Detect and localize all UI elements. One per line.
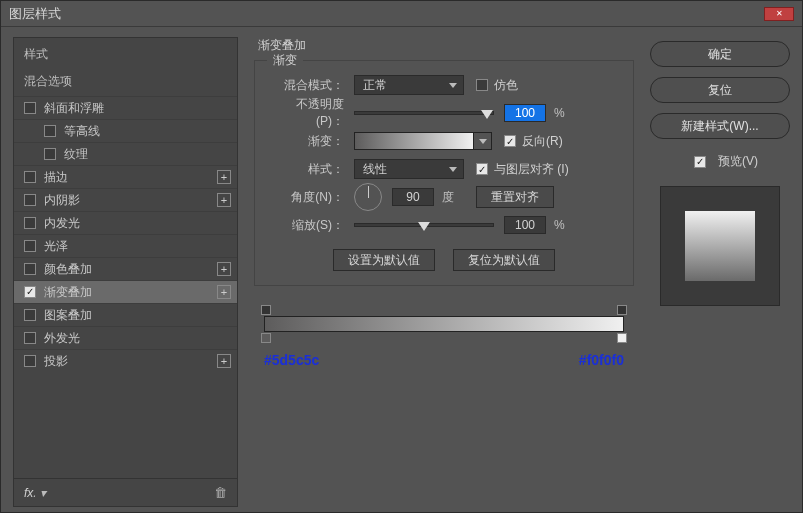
window-title: 图层样式 <box>9 5 61 23</box>
add-effect-icon[interactable]: + <box>217 193 231 207</box>
blend-options-header[interactable]: 混合选项 <box>14 69 237 96</box>
style-checkbox[interactable] <box>24 309 36 321</box>
style-label: 斜面和浮雕 <box>44 100 231 117</box>
reset-default-button[interactable]: 复位为默认值 <box>453 249 555 271</box>
gradient-fieldset: 渐变 混合模式： 正常 仿色 不透明度(P)： 100 % 渐变： <box>254 60 634 286</box>
style-checkbox[interactable] <box>24 194 36 206</box>
add-effect-icon[interactable]: + <box>217 170 231 184</box>
align-label: 与图层对齐 (I) <box>494 161 569 178</box>
style-label: 光泽 <box>44 238 231 255</box>
blend-mode-dropdown[interactable]: 正常 <box>354 75 464 95</box>
add-effect-icon[interactable]: + <box>217 262 231 276</box>
style-checkbox[interactable] <box>44 148 56 160</box>
gradient-swatch[interactable] <box>354 132 474 150</box>
style-label: 样式： <box>269 161 354 178</box>
style-checkbox[interactable] <box>24 332 36 344</box>
opacity-stop-right[interactable] <box>617 305 627 315</box>
style-label: 等高线 <box>64 123 231 140</box>
style-item-3[interactable]: 描边+ <box>14 165 237 188</box>
angle-value[interactable]: 90 <box>392 188 434 206</box>
scale-label: 缩放(S)： <box>269 217 354 234</box>
style-checkbox[interactable] <box>24 240 36 252</box>
opacity-label: 不透明度(P)： <box>269 96 354 130</box>
close-button[interactable]: ✕ <box>764 7 794 21</box>
scale-slider[interactable] <box>354 223 494 227</box>
preview-box <box>660 186 780 306</box>
style-label: 描边 <box>44 169 217 186</box>
new-style-button[interactable]: 新建样式(W)... <box>650 113 790 139</box>
make-default-button[interactable]: 设置为默认值 <box>333 249 435 271</box>
style-label: 渐变叠加 <box>44 284 217 301</box>
dither-checkbox[interactable] <box>476 79 488 91</box>
style-checkbox[interactable] <box>24 286 36 298</box>
titlebar: 图层样式 ✕ <box>1 1 802 27</box>
style-checkbox[interactable] <box>24 355 36 367</box>
style-label: 投影 <box>44 353 217 370</box>
style-checkbox[interactable] <box>24 102 36 114</box>
style-item-4[interactable]: 内阴影+ <box>14 188 237 211</box>
scale-unit: % <box>554 218 565 232</box>
style-checkbox[interactable] <box>24 171 36 183</box>
preview-checkbox[interactable] <box>694 156 706 168</box>
style-checkbox[interactable] <box>44 125 56 137</box>
preview-label: 预览(V) <box>718 153 758 170</box>
trash-icon[interactable]: 🗑 <box>214 485 227 500</box>
style-checkbox[interactable] <box>24 263 36 275</box>
opacity-unit: % <box>554 106 565 120</box>
style-item-6[interactable]: 光泽 <box>14 234 237 257</box>
add-effect-icon[interactable]: + <box>217 285 231 299</box>
angle-unit: 度 <box>442 189 454 206</box>
add-effect-icon[interactable]: + <box>217 354 231 368</box>
align-checkbox[interactable] <box>476 163 488 175</box>
options-panel: 渐变叠加 渐变 混合模式： 正常 仿色 不透明度(P)： 100 % 渐变： <box>248 37 640 507</box>
reverse-label: 反向(R) <box>522 133 563 150</box>
styles-panel: 样式 混合选项 斜面和浮雕等高线纹理描边+内阴影+内发光光泽颜色叠加+渐变叠加+… <box>13 37 238 507</box>
fx-menu[interactable]: fx. ▾ <box>24 486 46 500</box>
layer-style-dialog: 图层样式 ✕ 样式 混合选项 斜面和浮雕等高线纹理描边+内阴影+内发光光泽颜色叠… <box>0 0 803 513</box>
scale-value[interactable]: 100 <box>504 216 546 234</box>
dither-label: 仿色 <box>494 77 518 94</box>
style-item-9[interactable]: 图案叠加 <box>14 303 237 326</box>
gradient-editor: #5d5c5c #f0f0f0 <box>254 316 634 368</box>
style-label: 内阴影 <box>44 192 217 209</box>
reset-align-button[interactable]: 重置对齐 <box>476 186 554 208</box>
color-stop-left[interactable] <box>261 333 271 343</box>
style-label: 内发光 <box>44 215 231 232</box>
styles-header[interactable]: 样式 <box>14 38 237 69</box>
style-item-5[interactable]: 内发光 <box>14 211 237 234</box>
blend-mode-label: 混合模式： <box>269 77 354 94</box>
style-item-0[interactable]: 斜面和浮雕 <box>14 96 237 119</box>
styles-footer: fx. ▾ 🗑 <box>14 478 237 506</box>
gradient-label: 渐变： <box>269 133 354 150</box>
actions-panel: 确定 复位 新建样式(W)... 预览(V) <box>650 37 790 507</box>
style-item-7[interactable]: 颜色叠加+ <box>14 257 237 280</box>
style-label: 颜色叠加 <box>44 261 217 278</box>
style-label: 外发光 <box>44 330 231 347</box>
opacity-stop-left[interactable] <box>261 305 271 315</box>
fieldset-legend: 渐变 <box>267 52 303 69</box>
style-checkbox[interactable] <box>24 217 36 229</box>
angle-label: 角度(N)： <box>269 189 354 206</box>
gradient-bar[interactable] <box>264 316 624 332</box>
style-label: 图案叠加 <box>44 307 231 324</box>
color-stop-right[interactable] <box>617 333 627 343</box>
hex-left: #5d5c5c <box>264 352 319 368</box>
section-title: 渐变叠加 <box>254 37 634 54</box>
gradient-dropdown[interactable] <box>474 132 492 150</box>
style-item-11[interactable]: 投影+ <box>14 349 237 372</box>
style-item-10[interactable]: 外发光 <box>14 326 237 349</box>
preview-swatch <box>685 211 755 281</box>
opacity-value[interactable]: 100 <box>504 104 546 122</box>
angle-dial[interactable] <box>354 183 382 211</box>
style-item-1[interactable]: 等高线 <box>14 119 237 142</box>
style-item-2[interactable]: 纹理 <box>14 142 237 165</box>
style-item-8[interactable]: 渐变叠加+ <box>14 280 237 303</box>
cancel-button[interactable]: 复位 <box>650 77 790 103</box>
style-dropdown[interactable]: 线性 <box>354 159 464 179</box>
style-list: 斜面和浮雕等高线纹理描边+内阴影+内发光光泽颜色叠加+渐变叠加+图案叠加外发光投… <box>14 96 237 478</box>
ok-button[interactable]: 确定 <box>650 41 790 67</box>
reverse-checkbox[interactable] <box>504 135 516 147</box>
hex-right: #f0f0f0 <box>579 352 624 368</box>
opacity-slider[interactable] <box>354 111 494 115</box>
style-label: 纹理 <box>64 146 231 163</box>
